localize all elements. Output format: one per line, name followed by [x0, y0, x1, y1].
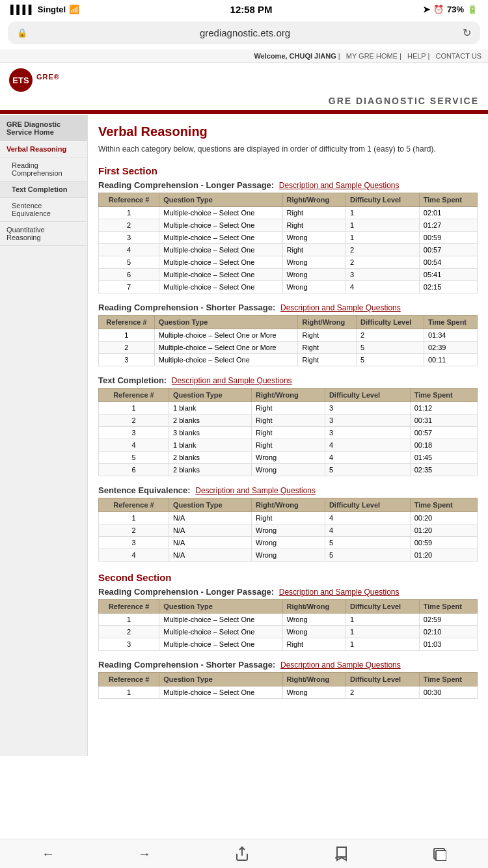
table-cell: 1 — [346, 638, 419, 651]
table-cell: 00:57 — [419, 244, 477, 256]
ets-label: ETS — [12, 75, 29, 85]
tc-1-link[interactable]: Description and Sample Questions — [172, 376, 292, 385]
table-cell: 3 — [325, 414, 410, 427]
gre-label: GRE — [36, 73, 54, 81]
rc-shorter-2-name: Reading Comprehension - Shorter Passage: — [98, 660, 275, 670]
table-row: 1Multiple-choice – Select OneWrong200:30 — [99, 686, 478, 699]
rc-shorter-2-link[interactable]: Description and Sample Questions — [280, 660, 401, 670]
tc-1-table: Reference # Question Type Right/Wrong Di… — [98, 388, 478, 476]
table-row: 52 blanksWrong401:45 — [99, 452, 478, 464]
table-cell: Wrong — [282, 232, 346, 244]
status-left: ▌▌▌▌ Singtel 📶 — [10, 5, 79, 14]
table-cell: Right — [298, 329, 357, 342]
se-1-link[interactable]: Description and Sample Questions — [195, 486, 316, 495]
carrier-label: Singtel — [38, 5, 66, 14]
sidebar-item-quantitative-reasoning[interactable]: Quantitative Reasoning — [0, 222, 87, 246]
table-cell: 1 — [346, 614, 419, 626]
help-link[interactable]: HELP — [407, 52, 426, 60]
th-diff-3: Difficulty Level — [325, 388, 410, 402]
table-row: 4Multiple-choice – Select OneRight200:57 — [99, 244, 478, 256]
rc-shorter-1-link[interactable]: Description and Sample Questions — [280, 303, 401, 312]
nav-separator: | — [338, 52, 342, 60]
th-diff-6: Difficulty Level — [346, 673, 419, 686]
rc-shorter-1-header-row: Reading Comprehension - Shorter Passage:… — [98, 303, 478, 312]
table-cell: Wrong — [251, 524, 325, 537]
sidebar-item-reading-comprehension[interactable]: Reading Comprehension — [0, 157, 87, 182]
browser-bar[interactable]: 🔒 grediagnostic.ets.org ↻ — [8, 21, 480, 44]
th-rw-4: Right/Wrong — [251, 498, 325, 512]
table-cell: 4 — [99, 439, 169, 452]
table-cell: 02:10 — [419, 626, 477, 638]
top-nav: Welcome, CHUQI JIANG | MY GRE HOME | HEL… — [0, 49, 488, 63]
table-cell: Right — [282, 638, 346, 651]
sidebar-home[interactable]: GRE Diagnostic Service Home — [0, 115, 87, 141]
th-diff-5: Difficulty Level — [346, 600, 419, 614]
table-cell: Right — [298, 354, 357, 366]
table-cell: Multiple-choice – Select One — [159, 686, 282, 699]
table-cell: 4 — [325, 452, 410, 464]
rc-longer-2-link[interactable]: Description and Sample Questions — [279, 588, 400, 597]
table-cell: Wrong — [282, 626, 346, 638]
rc-longer-1-link[interactable]: Description and Sample Questions — [279, 181, 400, 190]
se-1-name: Sentence Equivalence: — [98, 485, 191, 495]
contact-us-link[interactable]: CONTACT US — [436, 52, 482, 60]
table-cell: Wrong — [251, 452, 325, 464]
table-row: 3Multiple-choice – Select OneWrong100:59 — [99, 232, 478, 244]
table-cell: 2 — [346, 686, 419, 699]
table-cell: N/A — [169, 549, 252, 562]
table-cell: 01:20 — [410, 549, 477, 562]
url-display[interactable]: grediagnostic.ets.org — [33, 27, 457, 38]
service-title: GRE DIAGNOSTIC SERVICE — [0, 94, 488, 112]
table-row: 22 blanksRight300:31 — [99, 414, 478, 427]
table-cell: 3 — [99, 537, 169, 549]
th-qtype-2: Question Type — [154, 316, 298, 329]
table-row: 1Multiple-choice – Select OneWrong102:59 — [99, 614, 478, 626]
th-time-6: Time Spent — [419, 673, 477, 686]
sidebar-item-text-completion[interactable]: Text Completion — [0, 182, 87, 198]
table-cell: Multiple-choice – Select One — [159, 626, 282, 638]
table-cell: Wrong — [282, 269, 346, 281]
th-rw-6: Right/Wrong — [282, 673, 346, 686]
table-cell: Right — [251, 414, 325, 427]
refresh-icon[interactable]: ↻ — [463, 27, 471, 39]
th-diff-2: Difficulty Level — [357, 316, 424, 329]
alarm-icon: ⏰ — [433, 5, 444, 14]
th-rw-5: Right/Wrong — [282, 600, 346, 614]
table-cell: 01:03 — [419, 638, 477, 651]
main-layout: GRE Diagnostic Service Home Verbal Reaso… — [0, 115, 488, 756]
table-cell: Multiple-choice – Select One — [159, 219, 282, 232]
table-cell: 00:11 — [424, 354, 477, 366]
table-cell: 1 blank — [169, 439, 252, 452]
th-qtype-6: Question Type — [159, 673, 282, 686]
table-row: 1Multiple-choice – Select One or MoreRig… — [99, 329, 478, 342]
table-cell: 2 blanks — [169, 452, 252, 464]
table-cell: Multiple-choice – Select One or More — [154, 329, 298, 342]
table-cell: 6 — [99, 464, 169, 476]
th-qtype-4: Question Type — [169, 498, 252, 512]
table-cell: Wrong — [282, 281, 346, 293]
sidebar-item-sentence-equivalence[interactable]: Sentence Equivalence — [0, 198, 87, 222]
rc-shorter-1-table: Reference # Question Type Right/Wrong Di… — [98, 315, 478, 366]
table-cell: 2 blanks — [169, 414, 252, 427]
table-cell: 5 — [325, 537, 410, 549]
table-cell: 00:31 — [410, 414, 477, 427]
table-cell: 01:34 — [424, 329, 477, 342]
table-cell: 02:15 — [419, 281, 477, 293]
table-cell: 1 — [99, 686, 159, 699]
battery-label: 73% — [447, 5, 464, 14]
table-cell: Wrong — [251, 464, 325, 476]
table-cell: 6 — [99, 269, 159, 281]
sidebar-item-verbal-reasoning[interactable]: Verbal Reasoning — [0, 141, 87, 157]
table-cell: Multiple-choice – Select One — [159, 281, 282, 293]
table-cell: 2 — [99, 524, 169, 537]
th-qtype-3: Question Type — [169, 388, 252, 402]
table-row: 62 blanksWrong502:35 — [99, 464, 478, 476]
table-row: 5Multiple-choice – Select OneWrong200:54 — [99, 256, 478, 269]
my-gre-home-link[interactable]: MY GRE HOME — [346, 52, 398, 60]
sidebar: GRE Diagnostic Service Home Verbal Reaso… — [0, 115, 88, 756]
table-cell: Right — [251, 512, 325, 524]
table-cell: 1 — [346, 219, 419, 232]
table-cell: Right — [251, 427, 325, 439]
table-cell: 01:20 — [410, 524, 477, 537]
table-row: 3Multiple-choice – Select OneRight500:11 — [99, 354, 478, 366]
